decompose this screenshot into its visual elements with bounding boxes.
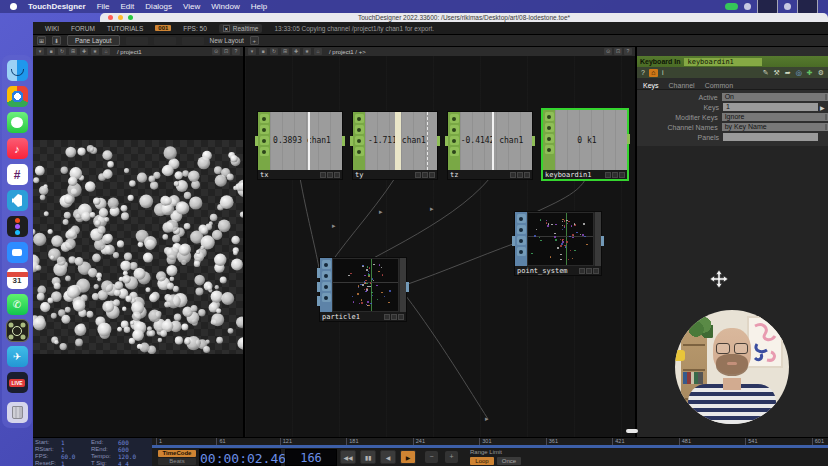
node-ty[interactable]: -1.711 chan1 ty — [353, 112, 437, 179]
pane-corner-icon[interactable]: ⊙ — [212, 48, 220, 55]
screen-recording-indicator-icon[interactable] — [725, 3, 738, 10]
node-flag-toggle[interactable] — [579, 268, 585, 274]
finder-icon[interactable] — [7, 60, 28, 81]
input-connector[interactable] — [317, 268, 320, 278]
node-flag-toggle[interactable] — [593, 268, 599, 274]
menu-file[interactable]: File — [97, 2, 110, 11]
node-flag-toggle[interactable] — [586, 268, 592, 274]
play-button[interactable]: ▶ — [400, 450, 416, 464]
node-flags[interactable] — [320, 258, 332, 312]
beats-mode-button[interactable]: Beats — [158, 458, 196, 465]
home-icon[interactable]: ⌂ — [649, 69, 658, 77]
timecode-mode-button[interactable]: TimeCode — [158, 450, 196, 457]
pane-layout-tab[interactable]: Pane Layout — [67, 35, 120, 46]
realtime-toggle[interactable]: ✕ Realtime — [219, 24, 263, 33]
tab-keys[interactable]: Keys — [643, 82, 659, 89]
node-flags[interactable] — [515, 212, 527, 266]
field-value[interactable]: 120.0 — [118, 453, 152, 460]
input-connector[interactable] — [512, 236, 515, 246]
node-keyboardin1-viewer[interactable]: 0 k1 — [543, 110, 627, 170]
node-flag-toggle[interactable] — [524, 172, 530, 178]
menu-help[interactable]: Help — [251, 2, 267, 11]
step-forward-button[interactable]: + — [445, 451, 458, 463]
step-back-button[interactable]: − — [425, 451, 438, 463]
layout-grid-icon[interactable]: ⊞ — [37, 36, 46, 45]
pane-corner-icon[interactable]: ⊡ — [614, 48, 622, 55]
tab-channel[interactable]: Channel — [669, 82, 695, 89]
pane-corner-icon[interactable]: ⊙ — [604, 48, 612, 55]
output-connector[interactable] — [627, 134, 630, 144]
field-value[interactable]: 1 — [61, 446, 91, 453]
pane-menu-icon[interactable]: ▾ — [36, 48, 44, 55]
panels-field[interactable] — [723, 133, 818, 141]
field-value[interactable]: 600 — [118, 439, 152, 446]
add-layout-button[interactable]: + — [250, 36, 259, 45]
info-icon[interactable]: i — [662, 69, 664, 76]
zoom-app-icon[interactable] — [7, 242, 28, 263]
field-value[interactable]: 1 — [61, 439, 91, 446]
keys-field[interactable]: 1 — [723, 103, 818, 111]
control-center-icon[interactable] — [784, 3, 791, 10]
pane-grid-icon[interactable]: ⊞ — [69, 48, 77, 55]
node-flag-toggle[interactable] — [391, 314, 397, 320]
field-value[interactable]: 600 — [118, 446, 152, 453]
node-tz-viewer[interactable]: -0.4142 chan1 — [448, 112, 532, 170]
node-namebar[interactable]: point_system — [515, 266, 601, 275]
pause-button[interactable]: ▮▮ — [360, 450, 376, 464]
help-icon[interactable]: ? — [641, 69, 645, 76]
node-flag-toggle[interactable] — [334, 172, 340, 178]
field-value[interactable]: 1 — [61, 460, 91, 466]
node-flag-toggle[interactable] — [422, 172, 428, 178]
gear-icon[interactable]: ⚙ — [818, 69, 824, 77]
input-connector[interactable] — [445, 136, 448, 146]
window-titlebar[interactable]: TouchDesigner 2022.33600: /Users/rikimas… — [100, 13, 828, 22]
node-namebar[interactable]: particle1 — [320, 312, 406, 321]
new-layout-label[interactable]: New Layout — [210, 37, 244, 44]
layout-slot[interactable] — [182, 37, 204, 45]
forum-link[interactable]: FORUM — [71, 25, 95, 32]
node-namebar[interactable]: ty — [353, 170, 437, 179]
keys-expand-arrow[interactable]: ▶ — [820, 104, 828, 111]
pane-add-icon[interactable]: ✚ — [80, 48, 88, 55]
node-flag-toggle[interactable] — [384, 314, 390, 320]
pane-type-icon[interactable]: ■ — [47, 48, 55, 55]
network-editor-pane[interactable]: ▸ ▸ ▸ ▸ 0.3893 chan1 tx — [245, 56, 637, 437]
chrome-icon[interactable] — [7, 86, 28, 107]
whatsapp-icon[interactable]: ✆ — [7, 294, 28, 315]
pane-add-icon[interactable]: ✚ — [292, 48, 300, 55]
apple-menu-icon[interactable] — [10, 3, 17, 10]
node-flag-toggle[interactable] — [320, 172, 326, 178]
timeline-range-bar[interactable] — [152, 445, 828, 448]
pane-back-icon[interactable]: ↻ — [270, 48, 278, 55]
node-flag-toggle[interactable] — [510, 172, 516, 178]
node-flag-toggle[interactable] — [429, 172, 435, 178]
calendar-icon[interactable]: 31 — [7, 268, 28, 289]
pane-corner-icon[interactable]: ⊡ — [222, 48, 230, 55]
input-connector[interactable] — [350, 136, 353, 146]
node-flag-toggle[interactable] — [415, 172, 421, 178]
node-flag-toggle[interactable] — [619, 172, 625, 178]
edit-icon[interactable]: ✎ — [763, 69, 769, 77]
output-connector[interactable] — [532, 136, 535, 146]
output-connector[interactable] — [406, 282, 409, 292]
network-icon[interactable] — [744, 3, 751, 10]
tab-common[interactable]: Common — [705, 82, 733, 89]
messages-icon[interactable] — [7, 112, 28, 133]
channel-names-dropdown[interactable]: by Key Name — [722, 123, 828, 131]
scrollbar-thumb[interactable] — [626, 429, 638, 433]
operator-name-field[interactable]: keyboardin1 — [684, 58, 762, 66]
play-reverse-button[interactable]: ◀ — [380, 450, 396, 464]
touchdesigner-dock-icon[interactable] — [7, 320, 28, 341]
node-flag-toggle[interactable] — [398, 314, 404, 320]
add-icon[interactable]: ✚ — [807, 69, 813, 77]
jump-to-start-button[interactable]: ◀◀ — [340, 450, 356, 464]
geometry-viewer-pane[interactable] — [33, 56, 245, 437]
output-connector[interactable] — [601, 236, 604, 246]
node-flag-toggle[interactable] — [612, 172, 618, 178]
frame-ruler[interactable]: 161121181241301361421481541601 — [152, 438, 828, 445]
node-tx[interactable]: 0.3893 chan1 tx — [258, 112, 342, 179]
realtime-checkbox[interactable]: ✕ — [223, 25, 230, 32]
node-flag-toggle[interactable] — [327, 172, 333, 178]
layout-slot[interactable] — [154, 37, 176, 45]
parameter-header[interactable]: Keyboard In keyboardin1 — [637, 56, 828, 67]
